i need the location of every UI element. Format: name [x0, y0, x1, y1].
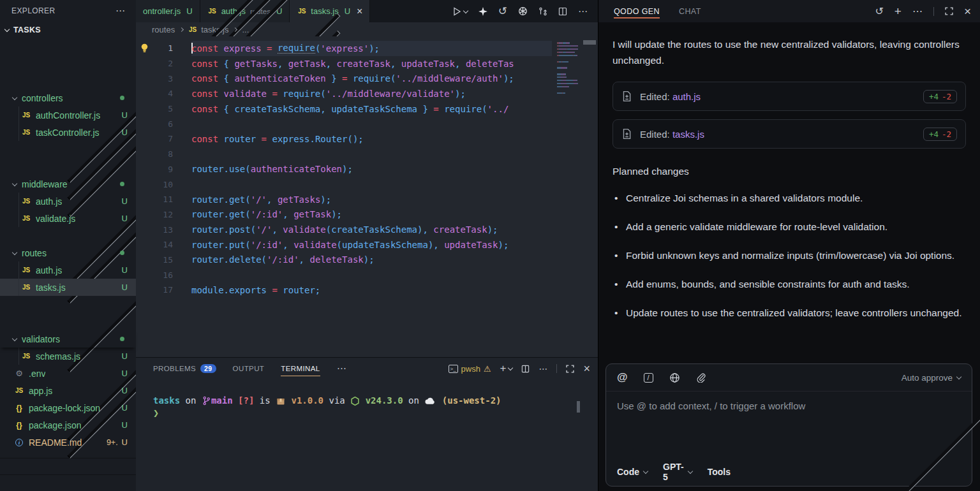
code-line-8[interactable]: 8 [136, 147, 552, 162]
file-label: package.json [29, 420, 82, 430]
editor-tab-ontroller.js[interactable]: ontroller.jsU [136, 0, 200, 22]
code-editor[interactable]: 1const express = require('express');2con… [136, 36, 598, 357]
tools-menu[interactable]: Tools [708, 467, 980, 477]
tree-folder-config[interactable]: config [0, 72, 136, 89]
tab-problems[interactable]: PROBLEMS 29 [153, 358, 216, 379]
code-line-3[interactable]: 3const { authenticateToken } = require('… [136, 71, 552, 86]
maximize-panel-icon[interactable] [566, 365, 574, 373]
code-line-7[interactable]: 7const router = express.Router(); [136, 131, 552, 147]
sparkle-ai-icon[interactable] [479, 7, 487, 16]
split-terminal-icon[interactable] [521, 365, 530, 373]
tree-folder-validators[interactable]: validators [0, 330, 136, 348]
auto-approve-dropdown[interactable]: Auto approve [902, 373, 961, 383]
code-text: const express = require('express'); [191, 41, 552, 56]
new-terminal-button[interactable]: + [500, 362, 513, 375]
tree-file-readme.md[interactable]: iREADME.md9+.U [0, 434, 136, 451]
tree-file-tasks.js[interactable]: JStasks.jsU [0, 279, 136, 296]
tree-file-package-lock.json[interactable]: {}package-lock.jsonU [0, 399, 136, 416]
history-icon[interactable]: ↺ [875, 5, 883, 17]
workspace-section-tasks[interactable]: TASKS [0, 22, 136, 38]
compare-changes-icon[interactable] [538, 7, 547, 16]
code-line-16[interactable]: 16 [136, 267, 552, 282]
history-icon[interactable]: ↺ [498, 4, 507, 18]
editor-scrollbar[interactable] [581, 36, 598, 357]
tree-file-schemas.js[interactable]: JSschemas.jsU [0, 348, 136, 365]
code-line-1[interactable]: 1const express = require('express'); [136, 41, 552, 56]
breadcrumb-folder[interactable]: routes [152, 25, 175, 34]
code-line-10[interactable]: 10 [136, 177, 552, 192]
maximize-view-icon[interactable] [945, 7, 953, 15]
tree-file-authcontroller.js[interactable]: JSauthController.jsU [0, 106, 136, 124]
panel-more-icon[interactable]: ⋯ [337, 363, 347, 374]
tab-qodo-gen[interactable]: QODO GEN [614, 0, 660, 22]
close-view-icon[interactable]: × [964, 4, 971, 18]
mode-dropdown[interactable]: Code [617, 467, 648, 477]
code-line-6[interactable]: 6 [136, 116, 552, 131]
planned-change-item: Forbid unknown keys and normalize inputs… [612, 247, 966, 263]
outline-section[interactable]: OUTLINE [0, 458, 136, 474]
explorer-more-icon[interactable]: ⋯ [115, 5, 126, 17]
tree-folder-logs[interactable]: logs [0, 158, 136, 175]
tree-file-app.js[interactable]: JSapp.jsU [0, 382, 136, 399]
tree-file-auth.js[interactable]: JSauth.jsU [0, 261, 136, 279]
token: getTask [288, 59, 326, 69]
code-line-5[interactable]: 5const { createTaskSchema, updateTaskSch… [136, 101, 552, 117]
close-panel-icon[interactable]: × [583, 362, 590, 376]
line-number: 2 [152, 59, 173, 68]
new-chat-icon[interactable]: + [895, 4, 902, 18]
tree-folder-node-modules[interactable]: node_modules [0, 227, 136, 244]
more-actions-icon[interactable]: ⋯ [578, 6, 588, 17]
workflow-icon[interactable]: / [644, 373, 653, 383]
run-button[interactable] [453, 7, 468, 16]
breadcrumb[interactable]: routes JS tasks.js ... [136, 22, 598, 36]
tree-file-.env[interactable]: ⚙.envU [0, 365, 136, 382]
token: router.post( [191, 224, 256, 235]
terminal-scrollbar[interactable] [577, 401, 580, 413]
attach-file-icon[interactable] [696, 372, 706, 383]
model-dropdown[interactable]: GPT-5 [663, 462, 692, 482]
edited-file-card-auth.js[interactable]: Edited: auth.js+4-2 [612, 82, 966, 111]
code-line-11[interactable]: 11router.get('/', getTasks); [136, 192, 552, 207]
tab-chat[interactable]: CHAT [679, 0, 701, 22]
tree-folder-data[interactable]: data [0, 141, 136, 158]
tree-folder-tests[interactable]: tests [0, 296, 136, 313]
tree-folder-middleware[interactable]: middleware [0, 175, 136, 193]
tree-folder-routes[interactable]: routes [0, 244, 136, 261]
timeline-section[interactable]: TIMELINE [0, 474, 136, 491]
chat-text-input[interactable]: Use @ to add context, / to trigger a wor… [606, 392, 972, 457]
tree-folder-controllers[interactable]: controllers [0, 89, 136, 106]
code-line-9[interactable]: 9router.use(authenticateToken); [136, 162, 552, 177]
code-line-17[interactable]: 17module.exports = router; [136, 282, 552, 298]
tree-file-validate.js[interactable]: JSvalidate.jsU [0, 210, 136, 227]
minimap[interactable] [557, 41, 579, 94]
tab-output[interactable]: OUTPUT [233, 358, 265, 379]
code-line-13[interactable]: 13router.post('/', validate(createTaskSc… [136, 222, 552, 237]
tree-file-taskcontroller.js[interactable]: JStaskController.jsU [0, 124, 136, 141]
close-tab-icon[interactable]: × [357, 6, 362, 17]
code-line-4[interactable]: 4const validate = require('../middleware… [136, 86, 552, 101]
tab-terminal[interactable]: TERMINAL [281, 358, 320, 379]
web-search-icon[interactable] [669, 372, 680, 383]
terminal-content[interactable]: tasks on main [?] is v1.0.0 via v24.3.0 … [136, 379, 598, 419]
editor-tab-tasks.js[interactable]: JStasks.jsU× [290, 0, 370, 22]
token: , [455, 59, 466, 69]
token: '/:id' [251, 209, 283, 219]
edited-file-card-tasks.js[interactable]: Edited: tasks.js+4-2 [612, 119, 966, 149]
code-line-2[interactable]: 2const { getTasks, getTask, createTask, … [136, 56, 552, 71]
code-line-14[interactable]: 14router.put('/:id', validate(updateTask… [136, 237, 552, 253]
tree-folder-.qodo[interactable]: .qodo [0, 55, 136, 72]
add-context-icon[interactable]: @ [617, 371, 628, 384]
more-actions-icon[interactable]: ⋯ [912, 5, 923, 17]
terminal-more-icon[interactable]: ⋯ [538, 363, 547, 374]
token: '/:id' [267, 254, 299, 265]
tree-file-auth.js[interactable]: JSauth.jsU [0, 193, 136, 210]
split-editor-icon[interactable] [558, 7, 567, 16]
terminal-icon: >_ [449, 365, 458, 373]
shell-selector[interactable]: >_ pwsh ⚠ [449, 364, 491, 374]
code-line-15[interactable]: 15router.delete('/:id', deleteTask); [136, 253, 552, 268]
tree-folder-.git[interactable]: .git [0, 38, 136, 55]
tree-file-package.json[interactable]: {}package.jsonU [0, 416, 136, 434]
tree-folder-utils[interactable]: utils [0, 313, 136, 330]
openai-icon[interactable] [518, 6, 528, 16]
code-line-12[interactable]: 12router.get('/:id', getTask); [136, 207, 552, 223]
